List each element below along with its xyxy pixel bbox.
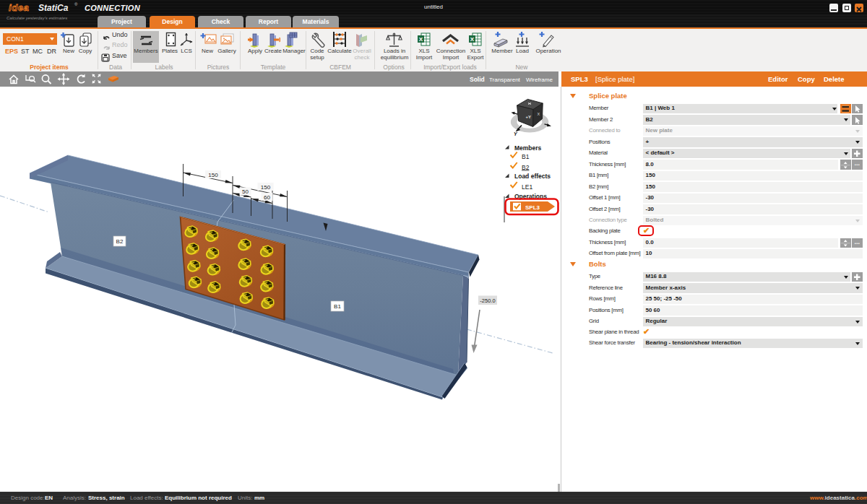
svg-text:+Y: +Y	[526, 115, 532, 119]
svg-text:60: 60	[264, 194, 270, 201]
svg-text:150: 150	[261, 184, 271, 191]
svg-text:Load effects: Load effects	[514, 173, 551, 180]
svg-text:Members: Members	[514, 144, 542, 152]
svg-text:B1: B1	[334, 303, 341, 310]
svg-text:X: X	[419, 36, 423, 43]
svg-text:B2: B2	[522, 164, 530, 171]
svg-text:150: 150	[208, 172, 218, 178]
svg-text:Solid: Solid	[470, 76, 485, 83]
svg-text:-250.0: -250.0	[480, 297, 495, 304]
svg-text:SPL3: SPL3	[525, 204, 540, 211]
svg-text:B2: B2	[116, 238, 124, 245]
svg-text:Transparent: Transparent	[489, 77, 521, 83]
svg-text:X: X	[470, 36, 475, 43]
svg-text:B1: B1	[522, 153, 530, 160]
svg-text:LE1: LE1	[522, 183, 532, 191]
svg-text:Wireframe: Wireframe	[526, 77, 553, 83]
svg-text:50: 50	[242, 188, 249, 195]
svg-text:X: X	[538, 112, 540, 116]
svg-text:idea: idea	[9, 2, 29, 13]
svg-text:Y: Y	[514, 131, 518, 136]
